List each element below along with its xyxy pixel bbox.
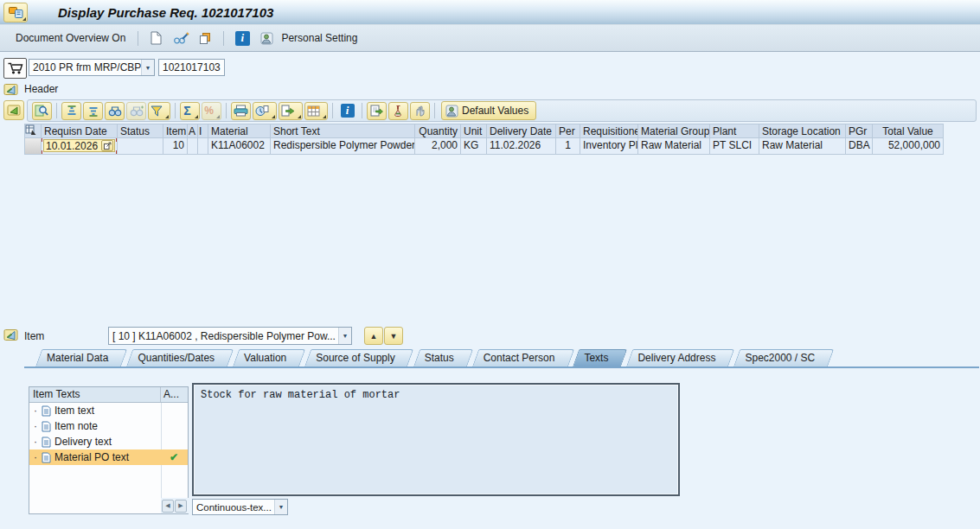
scroll-right-button[interactable]: ▶: [175, 500, 187, 513]
tab-spec2000-sc[interactable]: Spec2000 / SC: [728, 349, 828, 366]
cell-per[interactable]: 1: [556, 138, 580, 155]
collapse-item-icon[interactable]: [3, 328, 21, 342]
subtotal-button[interactable]: %: [202, 102, 221, 120]
item-texts-title: Item Texts: [29, 387, 161, 402]
col-header-a[interactable]: A: [188, 124, 198, 138]
list-item-material-po-text[interactable]: · Material PO text ✔: [29, 449, 188, 465]
tab-quantities-dates[interactable]: Quantities/Dates: [121, 349, 227, 366]
tab-texts[interactable]: Texts: [567, 349, 621, 366]
chevron-down-icon[interactable]: ▼: [141, 60, 154, 75]
col-header-quantity[interactable]: Quantity: [415, 124, 461, 138]
document-type-select[interactable]: 2010 PR frm MRP/CBP ▼: [29, 59, 155, 76]
cell-unit[interactable]: KG: [461, 138, 487, 155]
cell-requisn-date[interactable]: 10.01.2026: [42, 138, 118, 155]
cell-storage-location[interactable]: Raw Material: [759, 138, 846, 155]
requisn-date-field[interactable]: 10.01.2026: [43, 139, 115, 152]
cell-requisitioner[interactable]: Inventory Pl: [580, 138, 638, 155]
list-item-delivery-text[interactable]: · Delivery text: [29, 434, 188, 449]
filter-button[interactable]: [148, 102, 170, 120]
scroll-left-button[interactable]: ◀: [162, 500, 174, 513]
list-item-item-note[interactable]: · Item note: [29, 418, 188, 434]
item-select[interactable]: [ 10 ] K11A06002 , Redispersible Polymer…: [108, 327, 352, 345]
tab-valuation[interactable]: Valuation: [227, 349, 299, 366]
cell-status[interactable]: [118, 138, 163, 155]
adopt-item-button[interactable]: [367, 102, 387, 120]
cell-delivery-date[interactable]: 11.02.2026: [487, 138, 556, 155]
list-item-label: Delivery text: [54, 436, 112, 448]
col-header-pgr[interactable]: PGr: [846, 124, 873, 138]
table-settings-button[interactable]: [304, 102, 328, 120]
col-header-short-text[interactable]: Short Text: [271, 124, 415, 138]
tab-material-data[interactable]: Material Data: [30, 349, 121, 366]
views-icon: [255, 105, 269, 117]
export-button[interactable]: [279, 102, 303, 120]
col-header-delivery-date[interactable]: Delivery Date: [487, 124, 556, 138]
info-icon[interactable]: i: [233, 29, 252, 48]
find-next-button[interactable]: [126, 102, 146, 120]
title-bar: Display Purchase Req. 1021017103: [0, 0, 980, 25]
print-button[interactable]: [231, 102, 251, 120]
check-item-button[interactable]: [388, 102, 408, 120]
personal-setting-icon[interactable]: [257, 29, 276, 48]
cell-pgr[interactable]: DBA: [846, 138, 873, 155]
collapse-header-icon[interactable]: [3, 82, 21, 97]
personal-setting-button[interactable]: Personal Setting: [278, 30, 361, 46]
hold-button[interactable]: [410, 102, 430, 120]
col-header-item[interactable]: Item: [163, 124, 188, 138]
col-header-i[interactable]: I: [198, 124, 208, 138]
create-document-icon[interactable]: [147, 29, 166, 48]
cell-i[interactable]: [198, 138, 208, 155]
text-format-select[interactable]: Continuous-tex... ▼: [192, 499, 288, 515]
cell-item[interactable]: 10: [163, 138, 188, 155]
copy-page-icon: [370, 105, 383, 117]
col-header-status[interactable]: Status: [118, 124, 163, 138]
col-header-per[interactable]: Per: [556, 124, 580, 138]
tab-delivery-address[interactable]: Delivery Address: [621, 349, 728, 366]
col-header-unit[interactable]: Unit: [461, 124, 487, 138]
col-header-material-group[interactable]: Material Group: [638, 124, 710, 138]
row-select-cell[interactable]: [24, 138, 42, 155]
text-editor-area[interactable]: Stock for raw material of mortar: [192, 383, 680, 496]
cell-material[interactable]: K11A06002: [208, 138, 271, 155]
views-button[interactable]: [253, 102, 277, 120]
select-all-cell[interactable]: [24, 124, 42, 138]
chevron-down-icon[interactable]: ▼: [274, 500, 287, 514]
next-item-button[interactable]: ▼: [384, 327, 403, 345]
cell-quantity[interactable]: 2,000: [415, 138, 461, 155]
chevron-down-icon[interactable]: ▼: [338, 328, 351, 344]
cell-material-group[interactable]: Raw Material: [638, 138, 710, 155]
help-details-button[interactable]: i: [337, 102, 357, 120]
services-icon: [9, 6, 23, 19]
sort-ascending-icon: [66, 105, 78, 117]
cell-a[interactable]: [188, 138, 198, 155]
date-picker-button[interactable]: [101, 140, 113, 151]
cell-total-value[interactable]: 52,000,000: [873, 138, 944, 155]
document-overview-button[interactable]: Document Overview On: [12, 30, 129, 46]
other-purchase-req-icon[interactable]: [195, 29, 215, 48]
col-header-requisn-date[interactable]: Requisn Date: [42, 124, 118, 138]
sum-button[interactable]: Σ: [180, 102, 200, 120]
col-header-storage-location[interactable]: Storage Location: [759, 124, 846, 138]
col-header-requisitioner[interactable]: Requisitioner: [580, 124, 638, 138]
display-change-icon[interactable]: [171, 29, 190, 48]
cell-plant[interactable]: PT SLCI: [710, 138, 759, 155]
tab-source-of-supply[interactable]: Source of Supply: [299, 349, 407, 366]
col-header-total-value[interactable]: Total Value: [873, 124, 944, 138]
find-button[interactable]: [105, 102, 125, 120]
collapse-items-icon[interactable]: [3, 100, 24, 120]
gui-services-button[interactable]: [3, 3, 28, 22]
list-item-item-text[interactable]: · Item text: [29, 403, 188, 418]
check-icon: ✔: [160, 451, 188, 463]
item-overview-toolbar: Σ % i: [27, 99, 977, 122]
tab-status[interactable]: Status: [408, 349, 467, 366]
sort-descending-button[interactable]: [83, 102, 103, 120]
col-header-material[interactable]: Material: [208, 124, 271, 138]
col-header-plant[interactable]: Plant: [710, 124, 759, 138]
previous-item-button[interactable]: ▲: [364, 327, 383, 345]
details-search-button[interactable]: [32, 102, 52, 120]
tab-contact-person[interactable]: Contact Person: [467, 349, 568, 366]
cell-short-text[interactable]: Redispersible Polymer Powder: [271, 138, 415, 155]
default-values-button[interactable]: Default Values: [441, 101, 536, 120]
sort-ascending-button[interactable]: [61, 102, 81, 120]
document-number-input[interactable]: 1021017103: [158, 59, 225, 76]
